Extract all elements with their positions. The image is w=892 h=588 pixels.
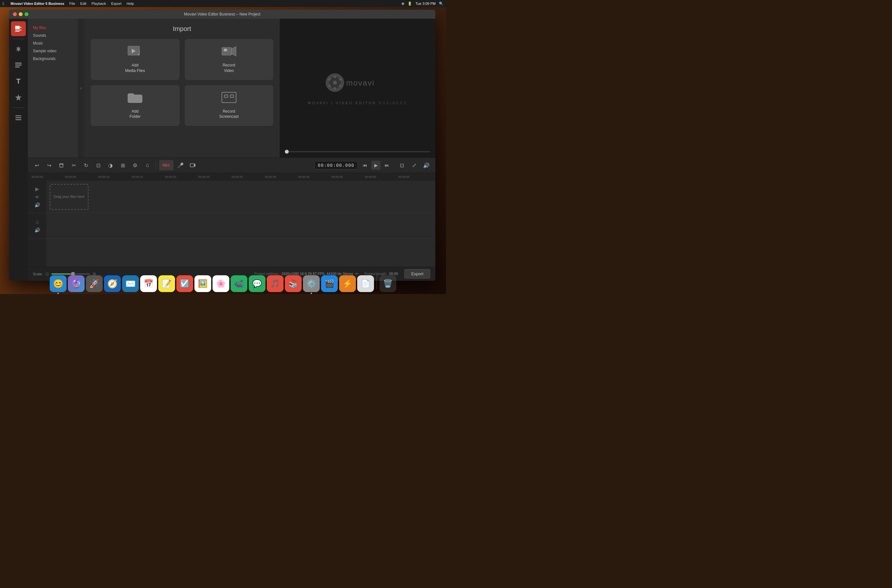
dock-reminders[interactable]: ☑️: [176, 275, 193, 292]
dock-safari[interactable]: 🧭: [104, 275, 121, 292]
sidebar-item-sample-video[interactable]: Sample video: [28, 47, 78, 55]
undo-button[interactable]: ↩: [32, 160, 42, 170]
tool-fx[interactable]: [11, 42, 26, 57]
next-button[interactable]: ⏭: [382, 161, 391, 170]
play-button[interactable]: ▶: [372, 161, 381, 170]
dock-mail[interactable]: ✉️: [122, 275, 139, 292]
timeline-area: 00:00:00 00:00:05 00:00:10 00:00:15 00:0…: [28, 173, 435, 267]
dock-finder-dot: [57, 293, 59, 294]
dock-messages[interactable]: 💬: [249, 275, 265, 292]
progress-thumb[interactable]: [285, 150, 289, 154]
tool-timeline[interactable]: [11, 58, 26, 73]
dock-ibooks[interactable]: 📚: [285, 275, 302, 292]
dock-finder[interactable]: 😊: [50, 275, 66, 292]
cut-button[interactable]: ✂: [68, 160, 79, 170]
prev-button[interactable]: ⏮: [360, 161, 370, 170]
svg-rect-18: [230, 95, 233, 98]
video-track-volume[interactable]: 🔊: [35, 202, 40, 207]
redo-button[interactable]: ↪: [44, 160, 54, 170]
dock-notes[interactable]: 📝: [158, 275, 175, 292]
record-video-button[interactable]: RecordVideo: [185, 39, 274, 80]
sidebar-item-music[interactable]: Music: [28, 39, 78, 47]
collapse-sidebar-button[interactable]: ‹: [78, 19, 84, 158]
ruler-mark-11: 00:00:55: [398, 175, 432, 178]
drag-drop-zone[interactable]: Drag your files here: [50, 184, 89, 210]
dock-calendar[interactable]: 📅: [140, 275, 157, 292]
window-title: Movavi Video Editor Business – New Proje…: [184, 12, 261, 16]
dock-separator: [376, 273, 377, 289]
color-button[interactable]: ◑: [105, 160, 116, 170]
fullscreen-button[interactable]: ⤢: [409, 160, 419, 170]
minimize-button[interactable]: [19, 12, 23, 16]
tool-media[interactable]: [11, 21, 26, 36]
menu-playback[interactable]: Playback: [92, 2, 106, 6]
dock-photos[interactable]: 🌸: [212, 275, 229, 292]
ruler-marks: 00:00:00 00:00:05 00:00:10 00:00:15 00:0…: [32, 175, 432, 178]
dock-siri[interactable]: 🔮: [68, 275, 84, 292]
apple-menu[interactable]: : [3, 1, 4, 6]
preview-progress-bar[interactable]: [285, 151, 430, 152]
filter-button[interactable]: ⊞: [117, 160, 128, 170]
svg-point-24: [328, 78, 331, 81]
settings-button[interactable]: ⚙: [130, 160, 140, 170]
tool-text[interactable]: T: [11, 74, 26, 89]
video-track-lane[interactable]: Drag your files here: [47, 181, 435, 213]
record-screencast-button[interactable]: RecordScreencast: [185, 85, 274, 126]
ruler-mark-4: 00:00:20: [165, 175, 198, 178]
dock-reeder[interactable]: ⚡: [339, 275, 356, 292]
maximize-button[interactable]: [24, 12, 29, 16]
track-controls: ▶ 👁 🔊 ♫ 🔊: [28, 181, 47, 267]
add-folder-button[interactable]: AddFolder: [91, 85, 179, 126]
dock-photos-app[interactable]: 🖼️: [194, 275, 211, 292]
search-icon[interactable]: 🔍: [439, 2, 444, 6]
logo-subtitle: MOVAVI | VIDEO EDITOR BUSINESS: [308, 101, 407, 105]
video-track-eye[interactable]: 👁: [35, 195, 39, 200]
svg-rect-0: [15, 26, 20, 29]
dock-trash[interactable]: 🗑️: [379, 275, 396, 292]
toolbar-sep-1: [156, 161, 156, 169]
audio-fx-button[interactable]: ♫: [142, 160, 152, 170]
add-folder-icon: [127, 92, 143, 105]
sidebar-item-sounds[interactable]: Sounds: [28, 32, 78, 39]
crop-button[interactable]: ⊡: [93, 160, 103, 170]
app-name: Movavi Video Editor 5 Business: [11, 2, 64, 6]
audio-track-lane[interactable]: [47, 213, 435, 239]
webcam-button[interactable]: [188, 160, 198, 170]
tool-effects[interactable]: [11, 90, 26, 105]
dock-system-prefs[interactable]: ⚙️: [303, 275, 320, 292]
record-video-label: RecordVideo: [223, 63, 235, 74]
import-grid: Import ♩: [84, 19, 280, 158]
add-media-label: AddMedia Files: [125, 63, 145, 74]
volume-button[interactable]: 🔊: [421, 160, 432, 170]
record-button[interactable]: REC: [159, 160, 173, 170]
export-frame-button[interactable]: ⊡: [397, 160, 407, 170]
sidebar-item-my-files[interactable]: My files: [28, 24, 78, 32]
dock-movavi[interactable]: 🎬: [321, 275, 338, 292]
menu-bar-right: ⊕ 🔋 Tue 3:09 PM 🔍: [402, 2, 444, 6]
delete-button[interactable]: [56, 160, 66, 170]
dock-music[interactable]: 🎵: [267, 275, 284, 292]
sidebar-item-backgrounds[interactable]: Backgrounds: [28, 55, 78, 63]
wifi-icon: ⊕: [402, 2, 404, 6]
ruler-mark-0: 00:00:00: [32, 175, 65, 178]
menu-help[interactable]: Help: [126, 2, 134, 6]
microphone-button[interactable]: 🎤: [175, 160, 186, 170]
toolbar-right-buttons: ⊡ ⤢ 🔊: [397, 160, 432, 170]
svg-marker-14: [232, 46, 236, 56]
menu-edit[interactable]: Edit: [80, 2, 87, 6]
drag-drop-text: Drag your files here: [54, 194, 84, 199]
music-track-volume[interactable]: 🔊: [35, 228, 40, 232]
ruler-mark-2: 00:00:10: [98, 175, 131, 178]
dock-facetime[interactable]: 📹: [230, 275, 247, 292]
rotate-button[interactable]: ↻: [81, 160, 91, 170]
dock-textedit[interactable]: 📄: [357, 275, 374, 292]
ruler-mark-9: 00:00:45: [332, 175, 365, 178]
tool-settings[interactable]: [11, 110, 26, 125]
menu-bar:  Movavi Video Editor 5 Business File Ed…: [0, 0, 446, 7]
dock-launchpad[interactable]: 🚀: [86, 275, 103, 292]
menu-export[interactable]: Export: [111, 2, 122, 6]
close-button[interactable]: [13, 12, 17, 16]
add-media-files-button[interactable]: ♩ AddMedia Files: [91, 39, 179, 80]
menu-file[interactable]: File: [69, 2, 75, 6]
toolbar: ↩ ↪ ✂ ↻ ⊡ ◑ ⊞ ⚙ ♫ REC 🎤: [28, 158, 435, 173]
